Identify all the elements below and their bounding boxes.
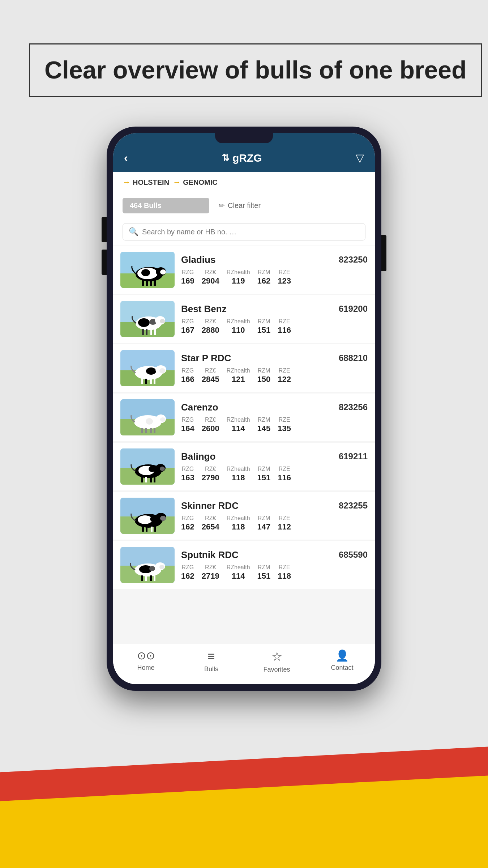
bull-id-0: 823250 (339, 255, 368, 265)
headline-text: Clear overview of bulls of one breed (44, 55, 467, 85)
svg-rect-32 (145, 379, 147, 384)
svg-rect-80 (150, 575, 152, 581)
table-row[interactable]: Balingo 619211 RZG163 RZ€2790 RZhealth11… (113, 443, 375, 490)
favorites-icon: ☆ (271, 649, 282, 664)
nav-favorites-label: Favorites (263, 666, 290, 673)
svg-rect-78 (141, 575, 143, 581)
bull-name-6: Sputnik RDC (181, 549, 239, 561)
phone-wrapper: ‹ ⇅ gRZG ▽ → HOLSTEIN → GENOMIC (107, 127, 381, 691)
svg-rect-10 (150, 280, 152, 286)
svg-rect-79 (145, 575, 147, 581)
svg-rect-69 (154, 527, 156, 532)
bull-info-6: Sputnik RDC 685590 RZG162 RZ€2719 RZheal… (181, 549, 368, 581)
svg-rect-31 (141, 379, 143, 384)
table-row[interactable]: Carenzo 823256 RZG164 RZ€2600 RZhealth11… (113, 393, 375, 441)
svg-point-77 (159, 565, 164, 569)
bull-name-3: Carenzo (181, 402, 218, 413)
nav-home[interactable]: ⊙⊙ Home (113, 649, 179, 673)
svg-point-53 (160, 467, 165, 471)
svg-rect-67 (146, 527, 147, 532)
svg-rect-45 (154, 428, 155, 433)
nav-contact[interactable]: 👤 Contact (309, 649, 375, 673)
clear-filter-icon: ✏ (219, 201, 225, 210)
table-row[interactable]: Star P RDC 688210 RZG166 RZ€2845 RZhealt… (113, 344, 375, 392)
app-title-text: gRZG (232, 152, 262, 164)
phone-device: ‹ ⇅ gRZG ▽ → HOLSTEIN → GENOMIC (107, 127, 381, 691)
svg-point-16 (138, 318, 150, 327)
table-row[interactable]: Gladius 823250 RZG169 RZ€2904 RZhealth11… (113, 246, 375, 294)
bull-stats-0: RZG169 RZ€2904 RZhealth119 RZM162 RZE123 (181, 269, 368, 286)
headline-box: Clear overview of bulls of one breed (29, 43, 482, 97)
svg-rect-55 (145, 477, 147, 482)
svg-rect-44 (150, 428, 152, 433)
breadcrumb-arrow-2: → (173, 178, 181, 187)
bull-id-6: 685590 (339, 550, 368, 560)
headline-section: Clear overview of bulls of one breed (29, 43, 482, 97)
nav-favorites[interactable]: ☆ Favorites (244, 649, 309, 673)
svg-point-19 (160, 319, 165, 323)
table-row[interactable]: Best Benz 619200 RZG167 RZ€2880 RZhealth… (113, 295, 375, 343)
filter-button[interactable]: ▽ (356, 152, 364, 164)
breadcrumb-type: → GENOMIC (173, 178, 218, 187)
bull-info-4: Balingo 619211 RZG163 RZ€2790 RZhealth11… (181, 451, 368, 482)
bull-id-2: 688210 (339, 353, 368, 363)
nav-bulls-label: Bulls (204, 665, 218, 673)
svg-rect-81 (154, 575, 155, 581)
volume-down-button (102, 250, 107, 275)
svg-rect-20 (142, 329, 144, 335)
volume-up-button (102, 217, 107, 242)
table-row[interactable]: Skinner RDC 823255 RZG162 RZ€2654 RZheal… (113, 492, 375, 540)
bull-top-row-0: Gladius 823250 (181, 254, 368, 265)
clear-filter-button[interactable]: ✏ Clear filter (215, 197, 264, 213)
svg-rect-21 (146, 329, 147, 335)
svg-rect-42 (141, 428, 143, 433)
bull-id-1: 619200 (339, 304, 368, 314)
svg-rect-68 (151, 527, 153, 532)
bull-info-0: Gladius 823250 RZG169 RZ€2904 RZhealth11… (181, 254, 368, 286)
clear-filter-label: Clear filter (228, 201, 261, 210)
search-bar: 🔍 (113, 218, 375, 246)
bulls-count-badge: 464 Bulls (123, 198, 209, 213)
svg-rect-71 (120, 547, 175, 566)
svg-rect-9 (146, 280, 148, 286)
svg-rect-43 (145, 428, 147, 433)
svg-point-30 (159, 368, 165, 373)
filter-bar: 464 Bulls ✏ Clear filter (113, 193, 375, 218)
bull-name-2: Star P RDC (181, 353, 231, 364)
phone-screen: ‹ ⇅ gRZG ▽ → HOLSTEIN → GENOMIC (113, 133, 375, 684)
bull-name-1: Best Benz (181, 303, 227, 315)
nav-home-label: Home (137, 664, 154, 672)
svg-rect-11 (154, 280, 156, 286)
svg-point-51 (149, 466, 156, 472)
power-button (381, 235, 386, 271)
breadcrumb-arrow-1: → (123, 178, 130, 187)
nav-contact-label: Contact (331, 664, 353, 672)
svg-rect-57 (154, 477, 155, 482)
breadcrumb-type-text: GENOMIC (183, 178, 218, 187)
header-title: ⇅ gRZG (222, 152, 262, 164)
bull-image-0 (120, 252, 175, 288)
svg-rect-22 (150, 329, 152, 335)
nav-bulls[interactable]: ≡ Bulls (179, 649, 244, 673)
breadcrumb-breed-text: HOLSTEIN (133, 178, 169, 187)
bull-info-1: Best Benz 619200 RZG167 RZ€2880 RZhealth… (181, 303, 368, 335)
bull-info-5: Skinner RDC 823255 RZG162 RZ€2654 RZheal… (181, 500, 368, 532)
background-stripes (0, 687, 488, 868)
search-icon: 🔍 (129, 227, 138, 237)
bull-name-0: Gladius (181, 254, 215, 265)
table-row[interactable]: Sputnik RDC 685590 RZG162 RZ€2719 RZheal… (113, 541, 375, 589)
bull-id-4: 619211 (339, 451, 368, 461)
svg-point-5 (141, 269, 150, 276)
svg-rect-8 (142, 280, 144, 286)
svg-rect-54 (141, 477, 143, 482)
bull-image-2 (120, 350, 175, 386)
svg-point-41 (160, 417, 165, 422)
svg-rect-23 (154, 329, 156, 335)
contact-icon: 👤 (335, 649, 349, 662)
search-input[interactable] (142, 228, 359, 236)
sort-icon: ⇅ (222, 152, 230, 163)
back-button[interactable]: ‹ (124, 151, 128, 165)
bull-image-5 (120, 498, 175, 534)
svg-rect-66 (142, 527, 144, 532)
svg-rect-33 (150, 379, 152, 384)
